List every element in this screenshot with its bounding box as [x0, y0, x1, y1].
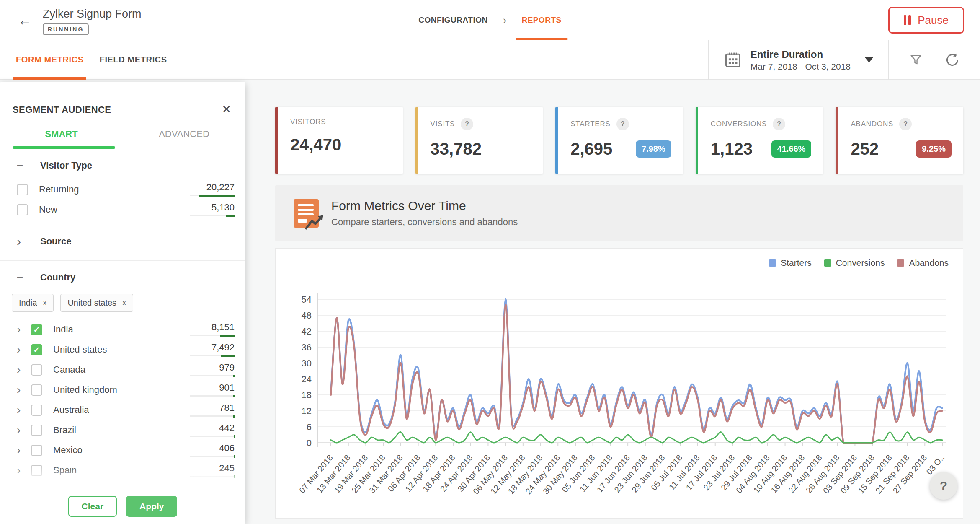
chevron-right-icon[interactable]: ›: [17, 464, 31, 476]
segment-count-block: 781: [185, 402, 235, 418]
segment-count: 245: [185, 463, 235, 474]
checkbox[interactable]: [17, 184, 28, 195]
chevron-right-icon[interactable]: ›: [17, 324, 31, 335]
segment-label: United kingdom: [53, 384, 185, 395]
nav-reports[interactable]: REPORTS: [521, 0, 561, 40]
legend-item-abandons[interactable]: Abandons: [897, 258, 949, 268]
section-visitor-type[interactable]: – Visitor Type: [11, 149, 235, 179]
help-icon[interactable]: ?: [461, 118, 473, 130]
filter-icon[interactable]: [909, 53, 923, 67]
tab-field-metrics[interactable]: FIELD METRICS: [100, 40, 167, 80]
chevron-right-icon[interactable]: ›: [17, 384, 31, 396]
segment-count: 781: [185, 402, 235, 413]
chip-remove-icon[interactable]: x: [122, 298, 126, 307]
segment-bar-track: [190, 395, 235, 397]
segment-bar-track: [190, 415, 235, 417]
segment-row: ›Mexico406: [11, 440, 235, 460]
help-icon[interactable]: ?: [773, 118, 785, 130]
date-range-value: Mar 7, 2018 - Oct 3, 2018: [750, 62, 851, 72]
checkbox[interactable]: [31, 405, 42, 416]
metric-label: STARTERS: [570, 120, 611, 128]
svg-text:48: 48: [302, 310, 312, 321]
banner-title: Form Metrics Over Time: [331, 199, 518, 213]
section-source[interactable]: › Source: [11, 224, 235, 256]
metric-card-body: 2529.25%: [851, 140, 952, 158]
checkbox[interactable]: [31, 384, 42, 396]
checkbox[interactable]: [31, 445, 42, 456]
metric-card-body: 33,782: [431, 140, 531, 158]
checkbox[interactable]: ✓: [31, 324, 42, 335]
tab-smart[interactable]: SMART: [0, 129, 123, 149]
metric-value: 2,695: [570, 140, 612, 158]
chevron-right-icon[interactable]: ›: [17, 444, 31, 456]
segment-audience-panel: SEGMENT AUDIENCE ✕ SMART ADVANCED – Visi…: [0, 82, 245, 524]
chevron-right-icon[interactable]: ›: [17, 404, 31, 416]
legend-swatch: [897, 259, 904, 267]
metric-value: 252: [851, 140, 879, 158]
svg-text:36: 36: [302, 342, 312, 353]
pause-button[interactable]: Pause: [888, 7, 964, 34]
chevron-right-icon[interactable]: ›: [17, 424, 31, 436]
metric-card-abandons: ABANDONS?2529.25%: [836, 107, 963, 174]
metric-card-visitors: VISITORS24,470: [275, 107, 403, 174]
segment-bar-fill: [199, 195, 235, 197]
segment-label: Australia: [53, 405, 185, 415]
segment-row: ›✓United states7,492: [11, 340, 235, 360]
clear-button[interactable]: Clear: [68, 496, 117, 517]
svg-text:42: 42: [302, 326, 312, 337]
visitor-type-rows: Returning20,227New5,130: [11, 179, 235, 220]
segment-label: Canada: [53, 364, 185, 375]
segment-bar-track: [190, 456, 235, 457]
segment-count-block: 901: [185, 382, 235, 397]
tab-advanced[interactable]: ADVANCED: [123, 129, 245, 149]
report-document-icon: [294, 199, 319, 228]
metric-cards-row: VISITORS24,470VISITS?33,782STARTERS?2,69…: [275, 107, 963, 174]
nav-configuration[interactable]: CONFIGURATION: [418, 16, 488, 25]
breadcrumb: CONFIGURATION › REPORTS: [418, 0, 562, 40]
apply-button[interactable]: Apply: [126, 496, 177, 517]
section-country[interactable]: – Country: [11, 261, 235, 291]
filter-chip[interactable]: United statesx: [60, 294, 133, 312]
refresh-icon[interactable]: [945, 52, 960, 67]
legend-item-starters[interactable]: Starters: [769, 258, 812, 268]
checkbox[interactable]: [17, 204, 28, 215]
date-range-text: Entire Duration Mar 7, 2018 - Oct 3, 201…: [750, 49, 851, 72]
chip-remove-icon[interactable]: x: [43, 298, 46, 307]
segment-row: ›United kingdom901: [11, 380, 235, 400]
segment-count-block: 5,130: [185, 202, 235, 217]
close-icon[interactable]: ✕: [222, 104, 231, 115]
filter-chip[interactable]: Indiax: [12, 294, 54, 312]
tab-form-metrics[interactable]: FORM METRICS: [16, 40, 84, 80]
caret-down-icon: [865, 57, 873, 62]
segment-bar: [190, 395, 235, 397]
help-icon[interactable]: ?: [616, 118, 629, 130]
segment-bar: [190, 435, 235, 438]
checkbox[interactable]: [31, 465, 42, 476]
legend-swatch: [824, 259, 831, 267]
segment-row: New5,130: [11, 200, 235, 220]
title-block: Zylker Signup Form RUNNING: [43, 5, 142, 35]
top-header: ← Zylker Signup Form RUNNING CONFIGURATI…: [0, 0, 980, 40]
date-range-selector[interactable]: Entire Duration Mar 7, 2018 - Oct 3, 201…: [708, 40, 888, 80]
metric-value: 1,123: [711, 140, 753, 158]
help-button[interactable]: ?: [930, 472, 957, 500]
svg-text:54: 54: [302, 294, 312, 305]
metrics-line-chart: 06121824303642485407 Mar 201813 Mar 2018…: [276, 249, 963, 518]
chevron-right-icon[interactable]: ›: [17, 344, 31, 355]
legend-item-conversions[interactable]: Conversions: [824, 258, 885, 268]
chip-label: United states: [67, 298, 116, 308]
panel-body: – Visitor Type Returning20,227New5,130 ›…: [0, 149, 245, 501]
back-arrow-icon[interactable]: ←: [18, 13, 32, 27]
chevron-right-icon[interactable]: ›: [17, 364, 31, 376]
checkbox[interactable]: ✓: [31, 344, 42, 355]
svg-text:18: 18: [302, 390, 312, 400]
segment-count-block: 7,492: [185, 342, 235, 357]
date-range-title: Entire Duration: [750, 49, 851, 60]
segment-bar: [190, 375, 235, 377]
help-icon[interactable]: ?: [899, 118, 912, 130]
checkbox[interactable]: [31, 364, 42, 376]
checkbox[interactable]: [31, 425, 42, 436]
chart-legend: StartersConversionsAbandons: [769, 258, 949, 268]
panel-footer: Clear Apply: [0, 488, 245, 524]
svg-text:12: 12: [302, 406, 312, 416]
